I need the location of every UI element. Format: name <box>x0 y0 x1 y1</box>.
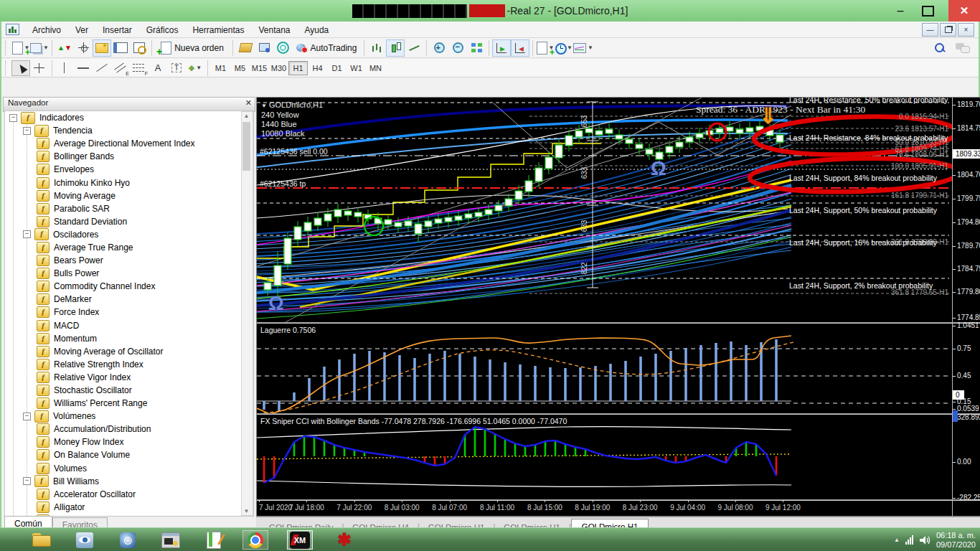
navigator-button[interactable]: ★ <box>93 39 111 57</box>
taskbar-notepad-icon[interactable] <box>201 530 227 550</box>
tree-item-average-true-range[interactable]: fAverage True Range <box>5 241 253 254</box>
tree-item-williams-percent-range[interactable]: fWilliams' Percent Range <box>5 397 253 410</box>
bar-chart-button[interactable] <box>367 39 386 57</box>
tree-item-demarker[interactable]: fDeMarker <box>5 293 253 306</box>
templates-button[interactable]: ▼ <box>573 39 593 57</box>
data-window-button[interactable] <box>74 39 93 57</box>
tree-item-force-index[interactable]: fForce Index <box>5 306 253 319</box>
tree-item-on-balance-volume[interactable]: fOn Balance Volume <box>5 448 253 461</box>
tree-item-indicadores[interactable]: −fIndicadores <box>5 111 253 124</box>
tree-item-ichimoku-kinko-hyo[interactable]: fIchimoku Kinko Hyo <box>5 176 253 189</box>
network-signal-icon[interactable] <box>905 535 913 545</box>
equidistant-channel-tool[interactable]: E <box>111 60 130 76</box>
tree-item-accelerator-oscillator[interactable]: fAccelerator Oscillator <box>5 488 253 501</box>
chat-icon[interactable] <box>956 43 969 53</box>
periods-button[interactable]: ▼ <box>555 39 573 57</box>
fibonacci-tool[interactable]: F <box>130 60 149 76</box>
taskbar-gear-app-icon[interactable]: ✱ <box>331 530 357 550</box>
tree-item-osciladores[interactable]: −fOsciladores <box>5 228 253 241</box>
horizontal-line-tool[interactable] <box>74 60 93 76</box>
tree-item-commodity-channel-index[interactable]: fCommodity Channel Index <box>5 280 253 293</box>
taskbar-chrome-icon[interactable] <box>242 530 268 550</box>
tree-item-moving-average-of-oscillator[interactable]: fMoving Average of Oscillator <box>5 345 253 358</box>
mdi-close-button[interactable]: × <box>958 23 974 37</box>
timeframe-MN[interactable]: MN <box>366 61 385 75</box>
mdi-minimize-button[interactable]: — <box>922 23 938 37</box>
tree-item-momentum[interactable]: fMomentum <box>5 332 253 345</box>
metaquotes-radar-button[interactable] <box>273 39 292 57</box>
timeframe-D1[interactable]: D1 <box>327 61 347 75</box>
menu-insertar[interactable]: Insertar <box>95 23 139 37</box>
hidden-icons-chevron[interactable]: ▲ <box>894 537 900 543</box>
timeframe-M1[interactable]: M1 <box>211 61 230 75</box>
autotrading-button[interactable]: AutoTrading <box>292 39 361 57</box>
mdi-restore-button[interactable] <box>940 23 956 37</box>
tree-item-bill-williams[interactable]: −fBill Williams <box>5 475 253 488</box>
text-label-tool[interactable]: T <box>167 60 186 76</box>
tree-item-parabolic-sar[interactable]: fParabolic SAR <box>5 202 253 215</box>
tree-item-relative-strength-index[interactable]: fRelative Strength Index <box>5 358 253 371</box>
timeframe-W1[interactable]: W1 <box>347 61 366 75</box>
cci-panel[interactable]: FX Sniper CCI with Bollinger Bands -77.0… <box>257 415 952 499</box>
tree-item-average-directional-movement-index[interactable]: fAverage Directional Movement Index <box>5 137 253 150</box>
sell-order-label[interactable]: #62125436 sell 0.00 <box>260 147 328 156</box>
speaker-icon[interactable] <box>919 535 930 545</box>
tree-item-tendencia[interactable]: −fTendencia <box>5 124 253 137</box>
auto-scroll-button[interactable]: ▶ <box>492 39 511 57</box>
navigator-header[interactable]: Navegador ✕ <box>3 97 255 112</box>
cursor-tool[interactable] <box>11 60 30 76</box>
strategy-tester-button[interactable] <box>130 39 149 57</box>
tp-order-label[interactable]: #62125436 tp <box>260 179 306 188</box>
trendline-tool[interactable] <box>93 60 111 76</box>
zoom-out-button[interactable]: − <box>448 39 467 57</box>
tree-item-alligator[interactable]: fAlligator <box>5 501 253 514</box>
tile-windows-button[interactable] <box>467 39 486 57</box>
menu-ventana[interactable]: Ventana <box>251 23 297 37</box>
navigator-close-icon[interactable]: ✕ <box>245 98 252 108</box>
tree-item-relative-vigor-index[interactable]: fRelative Vigor Index <box>5 371 253 384</box>
tree-item-moving-average[interactable]: fMoving Average <box>5 189 253 202</box>
main-chart-panel[interactable]: 653633633822 ▼ GOLDmicro,H1 240 Yellow 1… <box>257 98 952 322</box>
text-tool[interactable]: A <box>149 60 167 76</box>
tree-item-envelopes[interactable]: fEnvelopes <box>5 163 253 176</box>
expert-advisors-button[interactable] <box>255 39 273 57</box>
candlestick-chart-button[interactable] <box>386 39 405 57</box>
menu-ayuda[interactable]: Ayuda <box>297 23 336 37</box>
chart-symbol-label[interactable]: ▼ GOLDmicro,H1 <box>261 100 323 109</box>
menu-herramientas[interactable]: Herramientas <box>185 23 251 37</box>
timeframe-H4[interactable]: H4 <box>308 61 327 75</box>
terminal-button[interactable] <box>111 39 130 57</box>
taskbar-locked-window-icon[interactable] <box>158 530 184 550</box>
market-watch-button[interactable]: ▲▼ <box>55 39 74 57</box>
tree-item-bollinger-bands[interactable]: fBollinger Bands <box>5 150 253 163</box>
maximize-button[interactable] <box>917 0 938 22</box>
crosshair-tool[interactable] <box>30 60 49 76</box>
timeframe-H1[interactable]: H1 <box>288 61 308 75</box>
menu-ver[interactable]: Ver <box>68 23 95 37</box>
tree-item-standard-deviation[interactable]: fStandard Deviation <box>5 215 253 228</box>
line-chart-button[interactable] <box>405 39 423 57</box>
zoom-in-button[interactable]: + <box>430 39 448 57</box>
taskbar-swirl-app-icon[interactable]: ◎ <box>115 530 141 550</box>
tree-item-bears-power[interactable]: fBears Power <box>5 254 253 267</box>
tree-item-stochastic-oscillator[interactable]: fStochastic Oscillator <box>5 384 253 397</box>
chart-shift-button[interactable]: ◀ <box>511 39 529 57</box>
tree-item-bulls-power[interactable]: fBulls Power <box>5 267 253 280</box>
tree-item-volumes[interactable]: fVolumes <box>5 462 253 475</box>
minimize-button[interactable]: – <box>890 0 911 22</box>
time-axis[interactable]: 7 Jul 20207 Jul 18:007 Jul 22:008 Jul 03… <box>257 500 952 517</box>
tree-item-money-flow-index[interactable]: fMoney Flow Index <box>5 435 253 448</box>
menu-archivo[interactable]: Archivo <box>25 23 68 37</box>
taskbar-clock[interactable]: 06:18 a. m. 09/07/2020 <box>936 531 976 550</box>
taskbar-file-explorer-icon[interactable] <box>29 530 55 550</box>
timeframe-M15[interactable]: M15 <box>250 61 269 75</box>
tree-item-vol-menes[interactable]: −fVolúmenes <box>5 410 253 423</box>
tree-item-macd[interactable]: fMACD <box>5 319 253 332</box>
menu-gráficos[interactable]: Gráficos <box>139 23 186 37</box>
close-button[interactable]: ✕ <box>948 0 980 22</box>
price-scale[interactable]: 1819.701814.751804.701799.751794.801789.… <box>952 98 980 517</box>
vertical-line-tool[interactable] <box>55 60 74 76</box>
laguerre-panel[interactable]: Laguerre 0.7506 <box>257 324 952 413</box>
new-order-button[interactable]: +Nueva orden <box>155 39 230 57</box>
search-icon[interactable] <box>934 42 946 54</box>
